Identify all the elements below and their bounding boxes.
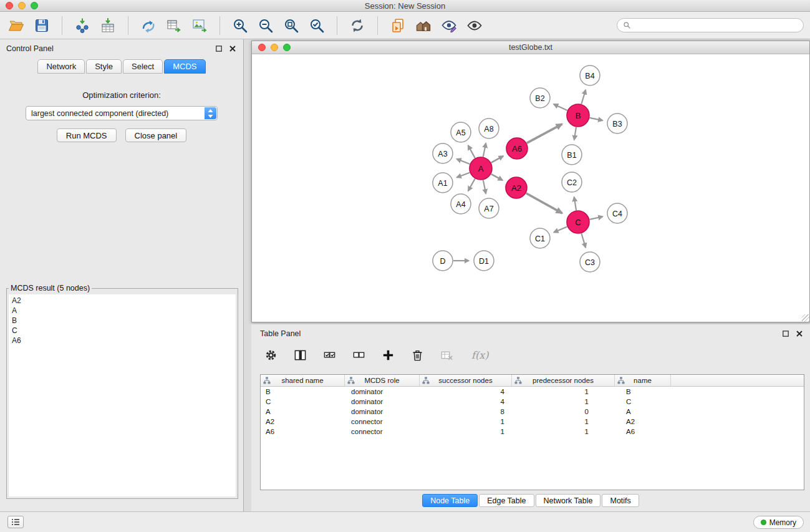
node-D1[interactable]: D1 [474, 251, 494, 271]
toolbar-separator [128, 16, 128, 35]
tab-select[interactable]: Select [123, 59, 163, 74]
node-B3[interactable]: B3 [607, 114, 627, 133]
import-network-file-button[interactable] [71, 14, 94, 37]
node-A6[interactable]: A6 [506, 138, 528, 159]
node-A7[interactable]: A7 [479, 198, 499, 218]
node-A1[interactable]: A1 [433, 173, 453, 193]
function-builder-button[interactable]: f(x) [468, 349, 492, 362]
open-session-button[interactable] [5, 14, 27, 37]
column-header-predecessor-nodes[interactable]: predecessor nodes [512, 375, 615, 386]
minimize-window-button[interactable] [18, 2, 26, 9]
resize-grip[interactable] [802, 314, 809, 322]
memory-button[interactable]: Memory [753, 516, 804, 529]
node-C[interactable]: C [567, 211, 589, 233]
delete-row-button[interactable] [409, 347, 425, 363]
copy-views-button[interactable] [387, 14, 409, 37]
node-table[interactable]: shared nameMCDS rolesuccessor nodesprede… [260, 374, 804, 490]
tab-mcds[interactable]: MCDS [164, 59, 205, 74]
network-close-button[interactable] [258, 44, 266, 51]
column-header-name[interactable]: name [615, 375, 671, 386]
close-panel-button[interactable]: Close panel [125, 128, 187, 142]
zoom-selected-button[interactable] [306, 14, 328, 37]
zoom-fit-button[interactable] [280, 14, 302, 37]
criterion-select[interactable]: largest connected component (directed) [26, 106, 218, 120]
import-table-file-button[interactable] [97, 14, 119, 37]
table-tab-node-table[interactable]: Node Table [422, 494, 478, 507]
show-hide-button[interactable] [463, 14, 486, 37]
mcds-result-item[interactable]: C [9, 326, 236, 336]
column-header-shared-name[interactable]: shared name [261, 375, 345, 386]
zoom-in-button[interactable] [229, 14, 251, 37]
select-all-button[interactable] [321, 347, 337, 363]
node-A5[interactable]: A5 [451, 122, 471, 142]
node-C4[interactable]: C4 [607, 203, 627, 223]
column-settings-button[interactable] [263, 347, 279, 363]
mcds-result-list[interactable]: A2ABCA6 [9, 294, 236, 496]
close-window-button[interactable] [6, 2, 13, 9]
node-B4[interactable]: B4 [580, 65, 600, 85]
zoom-window-button[interactable] [31, 2, 38, 9]
search-input[interactable] [634, 21, 798, 31]
node-B2[interactable]: B2 [530, 88, 550, 108]
node-B[interactable]: B [567, 104, 589, 127]
node-A4[interactable]: A4 [451, 194, 471, 214]
export-image-button[interactable] [188, 14, 211, 37]
float-panel-icon[interactable] [215, 44, 223, 53]
save-session-icon [34, 17, 50, 34]
table-row[interactable]: A2connector11A2 [261, 417, 804, 427]
export-network-button[interactable] [137, 14, 160, 37]
node-C1[interactable]: C1 [530, 228, 550, 248]
mcds-result-item[interactable]: B [9, 316, 236, 326]
column-header-MCDS-role[interactable]: MCDS role [345, 375, 420, 386]
table-row[interactable]: Bdominator41B [261, 387, 804, 397]
zoom-out-button[interactable] [254, 14, 277, 37]
add-row-button[interactable] [380, 347, 396, 363]
float-table-panel-icon[interactable] [781, 329, 790, 338]
mcds-result-item[interactable]: A2 [9, 296, 236, 306]
network-canvas[interactable]: B4B2BB3A5A8A6A3B1AA1C2A2A4A7C4CC1DD1C3 [252, 55, 809, 322]
tab-style[interactable]: Style [86, 59, 122, 74]
main-toolbar-icons [5, 14, 486, 37]
search-field[interactable] [617, 18, 804, 32]
node-label: C3 [585, 258, 595, 267]
mcds-result-item[interactable]: A [9, 306, 236, 316]
graphics-details-button[interactable] [438, 14, 460, 37]
export-table-button[interactable] [163, 14, 185, 37]
run-mcds-button[interactable]: Run MCDS [57, 128, 117, 142]
close-table-panel-icon[interactable] [795, 329, 804, 338]
table-tab-edge-table[interactable]: Edge Table [479, 494, 534, 507]
node-A[interactable]: A [470, 157, 492, 180]
table-tab-network-table[interactable]: Network Table [536, 494, 601, 507]
node-A8[interactable]: A8 [479, 118, 499, 138]
node-C3[interactable]: C3 [580, 252, 600, 272]
table-row[interactable]: Cdominator41C [261, 397, 804, 407]
network-zoom-button[interactable] [283, 44, 291, 51]
home-view-button[interactable] [412, 14, 435, 37]
column-header-successor-nodes[interactable]: successor nodes [420, 375, 512, 386]
table-row[interactable]: A6connector11A6 [261, 427, 804, 437]
task-history-button[interactable] [7, 516, 24, 528]
node-A3[interactable]: A3 [433, 143, 453, 163]
column-selector-button[interactable] [292, 347, 308, 363]
save-session-button[interactable] [31, 14, 53, 37]
toolbar-separator [62, 16, 62, 35]
network-canvas-container[interactable]: B4B2BB3A5A8A6A3B1AA1C2A2A4A7C4CC1DD1C3 [252, 55, 809, 322]
table-header-row: shared nameMCDS rolesuccessor nodesprede… [261, 375, 804, 387]
mcds-result-item[interactable]: A6 [9, 336, 236, 346]
table-panel: Table Panel f(x) shared nameMCDS rolesuc… [251, 324, 810, 511]
main-toolbar [0, 12, 810, 39]
table-cell: dominator [345, 388, 420, 395]
node-A2[interactable]: A2 [506, 177, 527, 198]
close-panel-icon[interactable] [228, 44, 237, 53]
refresh-view-button[interactable] [346, 14, 369, 37]
table-tab-motifs[interactable]: Motifs [602, 494, 639, 507]
node-B1[interactable]: B1 [562, 145, 582, 165]
delete-column-disabled-button[interactable] [438, 347, 455, 363]
tab-network[interactable]: Network [37, 59, 85, 74]
unselect-all-button[interactable] [350, 347, 367, 363]
network-window-titlebar[interactable]: testGlobe.txt [252, 41, 809, 54]
network-minimize-button[interactable] [271, 44, 278, 51]
table-row[interactable]: Adominator80A [261, 407, 804, 417]
node-D[interactable]: D [433, 251, 453, 271]
node-C2[interactable]: C2 [562, 172, 582, 192]
